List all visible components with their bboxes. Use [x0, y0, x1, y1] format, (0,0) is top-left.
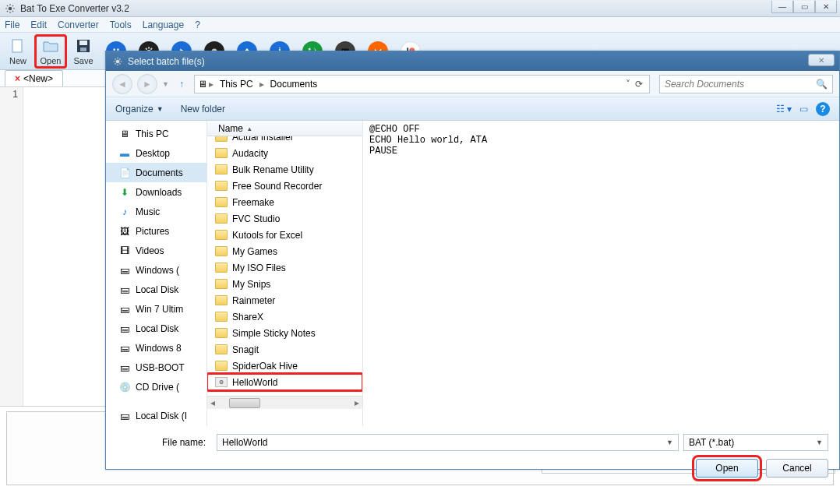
folder-icon	[215, 246, 228, 256]
menu-help[interactable]: ?	[195, 19, 200, 30]
nav-documents[interactable]: 📄Documents	[106, 163, 206, 182]
folder-icon	[215, 148, 228, 158]
nav-win7[interactable]: 🖴Win 7 Ultim	[106, 299, 206, 319]
file-item[interactable]: Actual Installer	[207, 136, 362, 145]
file-item[interactable]: Free Sound Recorder	[207, 178, 362, 194]
filename-input[interactable]: HelloWorld ▼	[217, 434, 679, 451]
close-button[interactable]: ✕	[815, 1, 837, 13]
folder-icon	[215, 279, 228, 289]
file-item[interactable]: My Games	[207, 243, 362, 259]
main-titlebar: Bat To Exe Converter v3.2 — ▭ ✕	[0, 0, 840, 17]
dialog-command-row: Organize▼ New folder ☷ ▾ ▭ ?	[106, 97, 839, 121]
nav-downloads[interactable]: ⬇Downloads	[106, 182, 206, 202]
open-icon	[41, 37, 60, 55]
nav-localdisk3[interactable]: 🖴Local Disk (I	[106, 406, 206, 425]
file-item[interactable]: Snagit	[207, 341, 362, 358]
file-item[interactable]: FVC Studio	[207, 210, 362, 227]
refresh-icon[interactable]: ⟳	[635, 79, 643, 90]
menu-language[interactable]: Language	[143, 19, 184, 30]
filename-dropdown-icon[interactable]: ▼	[666, 439, 673, 446]
pc-icon: 🖥	[198, 79, 207, 90]
file-item[interactable]: Kutools for Excel	[207, 227, 362, 243]
file-item[interactable]: Rainmeter	[207, 292, 362, 308]
folder-icon	[215, 197, 228, 207]
newfolder-button[interactable]: New folder	[181, 104, 225, 115]
minimize-button[interactable]: —	[771, 1, 793, 13]
dialog-icon	[112, 56, 123, 67]
organize-button[interactable]: Organize▼	[115, 104, 164, 115]
cancel-button[interactable]: Cancel	[766, 459, 828, 478]
nav-pane: 🖥This PC ▬Desktop 📄Documents ⬇Downloads …	[106, 121, 207, 426]
nav-thispc[interactable]: 🖥This PC	[106, 124, 206, 143]
column-header-name[interactable]: Name▴	[207, 121, 362, 136]
horizontal-scrollbar[interactable]: ◂ ▸	[207, 396, 362, 409]
open-button[interactable]: Open	[34, 34, 67, 69]
nav-videos[interactable]: 🎞Videos	[106, 241, 206, 260]
svg-rect-1	[12, 40, 22, 52]
menu-converter[interactable]: Converter	[58, 19, 99, 30]
dialog-close-button[interactable]	[808, 54, 835, 66]
nav-up-button[interactable]: ↑	[174, 76, 189, 93]
svg-point-16	[116, 59, 120, 63]
nav-music[interactable]: ♪Music	[106, 202, 206, 221]
nav-windows8[interactable]: 🖴Windows 8	[106, 338, 206, 358]
open-file-button[interactable]: Open	[696, 459, 758, 478]
folder-icon	[215, 295, 228, 305]
maximize-button[interactable]: ▭	[793, 1, 815, 13]
scroll-thumb[interactable]	[229, 398, 260, 408]
menu-edit[interactable]: Edit	[30, 19, 47, 30]
breadcrumb-root[interactable]: This PC	[215, 79, 258, 90]
svg-point-0	[9, 6, 12, 10]
preview-pane-icon[interactable]: ▭	[799, 104, 808, 115]
filter-dropdown-icon[interactable]: ▼	[816, 439, 823, 446]
folder-icon	[215, 230, 228, 240]
breadcrumb[interactable]: 🖥 ▸ This PC ▸ Documents ˅⟳	[194, 75, 650, 93]
search-input[interactable]: Search Documents 🔍	[659, 75, 833, 93]
bat-file-icon: ⚙	[215, 377, 228, 387]
svg-rect-4	[80, 48, 86, 51]
nav-forward-button[interactable]: ►	[137, 74, 157, 94]
file-item[interactable]: Bulk Rename Utility	[207, 161, 362, 178]
window-title: Bat To Exe Converter v3.2	[20, 3, 129, 14]
folder-icon	[215, 361, 228, 371]
folder-icon	[215, 312, 228, 322]
breadcrumb-folder[interactable]: Documents	[266, 79, 323, 90]
line-gutter: 1	[0, 87, 23, 406]
folder-icon	[215, 344, 228, 354]
folder-icon	[215, 181, 228, 191]
nav-usbboot[interactable]: 🖴USB-BOOT	[106, 358, 206, 377]
help-icon[interactable]: ?	[816, 102, 830, 116]
nav-cddrive[interactable]: 💿CD Drive (	[106, 377, 206, 397]
file-item[interactable]: My Snips	[207, 276, 362, 292]
save-icon	[74, 37, 93, 55]
search-icon: 🔍	[816, 79, 828, 90]
new-icon	[9, 37, 27, 55]
file-item-helloworld[interactable]: ⚙HelloWorld	[207, 374, 362, 390]
nav-windows1[interactable]: 🖴Windows (	[106, 260, 206, 280]
nav-pictures[interactable]: 🖼Pictures	[106, 221, 206, 241]
nav-desktop[interactable]: ▬Desktop	[106, 143, 206, 163]
new-button[interactable]: New	[2, 34, 34, 69]
filetype-filter[interactable]: BAT (*.bat) ▼	[683, 434, 828, 451]
dialog-footer: File name: HelloWorld ▼ BAT (*.bat) ▼ Op…	[106, 426, 839, 488]
svg-rect-7	[117, 48, 118, 50]
folder-icon	[215, 328, 228, 338]
file-item[interactable]: Simple Sticky Notes	[207, 325, 362, 341]
file-item[interactable]: ShareX	[207, 308, 362, 325]
menu-file[interactable]: File	[5, 19, 19, 30]
nav-localdisk2[interactable]: 🖴Local Disk	[106, 319, 206, 338]
breadcrumb-dropdown-icon[interactable]: ˅	[626, 79, 630, 90]
tab-new[interactable]: × <New>	[5, 70, 63, 86]
nav-localdisk1[interactable]: 🖴Local Disk	[106, 280, 206, 299]
tab-close-icon[interactable]: ×	[15, 73, 20, 84]
view-options-icon[interactable]: ☷ ▾	[776, 104, 792, 115]
file-item[interactable]: SpiderOak Hive	[207, 358, 362, 374]
app-icon	[5, 3, 16, 14]
file-item[interactable]: My ISO Files	[207, 259, 362, 276]
menu-tools[interactable]: Tools	[110, 19, 132, 30]
nav-back-button[interactable]: ◄	[112, 74, 132, 94]
file-item[interactable]: Freemake	[207, 194, 362, 210]
svg-rect-3	[79, 41, 87, 45]
file-item[interactable]: Audacity	[207, 145, 362, 161]
save-button[interactable]: Save	[67, 34, 100, 69]
